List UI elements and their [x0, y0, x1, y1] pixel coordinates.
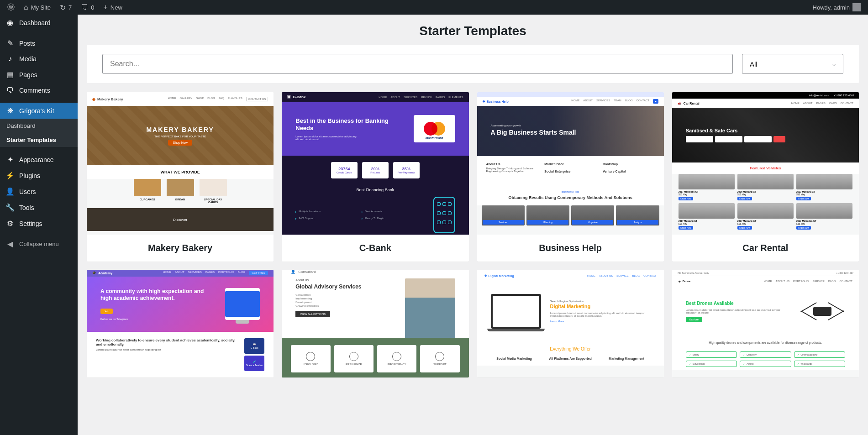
sidebar-item-label: Tools — [19, 204, 34, 211]
sidebar-item-pages[interactable]: ▤Pages — [0, 67, 78, 83]
sidebar-item-label: Plugins — [19, 172, 40, 179]
collapse-icon: ◀ — [5, 240, 15, 248]
avatar-icon — [852, 3, 861, 11]
template-thumb: 👤Consultant About UsGlobal Advisory Serv… — [282, 270, 468, 377]
grigora-icon: ❋ — [5, 106, 15, 115]
filter-value: All — [750, 60, 758, 68]
template-card-makery-bakery[interactable]: ◉Makery BakeryHOMEGALLERYSHOPBLOGFAQFLAV… — [87, 92, 274, 262]
template-card-business-help[interactable]: ◆ Business HelpHOMEABOUTSERVICESTEAMBLOG… — [477, 92, 664, 262]
admin-sidebar: ◉Dashboard ✎Posts ♪Media ▤Pages 🗨Comment… — [0, 15, 78, 435]
dashboard-icon: ◉ — [5, 18, 15, 27]
updates-count: 7 — [68, 4, 72, 11]
template-card-drone[interactable]: 750 Sacramento Avenue, Coity+1 800 123 4… — [672, 270, 859, 377]
template-thumb: ◆ Business HelpHOMEABOUTSERVICESTEAMBLOG… — [477, 92, 664, 235]
plugins-icon: ⚡ — [5, 171, 15, 180]
tools-icon: 🔧 — [5, 203, 15, 212]
sidebar-item-label: Appearance — [19, 156, 54, 163]
templates-grid: ◉Makery BakeryHOMEGALLERYSHOPBLOGFAQFLAV… — [87, 92, 859, 377]
new-label: New — [110, 4, 122, 11]
wp-logo[interactable]: ⓦ — [4, 0, 18, 15]
pages-icon: ▤ — [5, 70, 15, 79]
template-card-digital-marketing[interactable]: ◆ Digital MarketingHOMEABOUT USSERVICEBL… — [477, 270, 664, 377]
search-panel: All ⌵ — [87, 45, 859, 83]
template-thumb: 🎓 AcademyHomeAboutServicesPagesPortfolio… — [87, 270, 274, 377]
template-name: Car Rental — [672, 235, 859, 262]
settings-icon: ⚙ — [5, 219, 15, 228]
page-title: Starter Templates — [78, 15, 868, 45]
template-thumb: info@rental.com+1 800 123 4567 🚗 Car Ren… — [672, 92, 859, 235]
sidebar-item-tools[interactable]: 🔧Tools — [0, 199, 78, 215]
comment-icon: 🗨 — [81, 3, 88, 11]
chevron-down-icon: ⌵ — [832, 61, 836, 67]
template-thumb: 🏛 C-BankHomeAboutServicesReviewPagesElem… — [282, 92, 468, 235]
search-input[interactable] — [102, 54, 733, 74]
template-thumb: ◉Makery BakeryHOMEGALLERYSHOPBLOGFAQFLAV… — [87, 92, 274, 235]
sidebar-item-media[interactable]: ♪Media — [0, 51, 78, 67]
collapse-label: Collapse menu — [19, 241, 59, 247]
template-card-consultant[interactable]: 👤Consultant About UsGlobal Advisory Serv… — [282, 270, 468, 377]
pin-icon: ✎ — [5, 39, 15, 47]
wordpress-icon: ⓦ — [7, 3, 15, 12]
sidebar-item-label: Posts — [19, 40, 35, 47]
comments-link[interactable]: 🗨0 — [77, 0, 98, 15]
new-content-link[interactable]: +New — [100, 0, 126, 15]
updates-icon: ↻ — [60, 3, 66, 12]
sidebar-item-label: Settings — [19, 220, 42, 227]
media-icon: ♪ — [5, 55, 15, 63]
template-name: C-Bank — [282, 235, 468, 262]
my-account-link[interactable]: Howdy, admin — [809, 0, 864, 15]
collapse-menu[interactable]: ◀Collapse menu — [0, 236, 78, 252]
submenu: Dashboard Starter Templates — [0, 119, 78, 147]
template-card-c-bank[interactable]: 🏛 C-BankHomeAboutServicesReviewPagesElem… — [282, 92, 468, 262]
sidebar-item-users[interactable]: 👤Users — [0, 183, 78, 199]
sidebar-item-dashboard[interactable]: ◉Dashboard — [0, 15, 78, 31]
sidebar-item-grigoras-kit[interactable]: ❋Grigora's Kit — [0, 103, 78, 119]
sidebar-item-label: Users — [19, 188, 36, 195]
users-icon: 👤 — [5, 187, 15, 196]
template-name: Makery Bakery — [87, 235, 274, 262]
site-name-link[interactable]: ⌂My Site — [20, 0, 54, 15]
comment-icon: 🗨 — [5, 86, 15, 94]
appearance-icon: ✦ — [5, 155, 15, 164]
submenu-item-dashboard[interactable]: Dashboard — [0, 119, 78, 133]
sidebar-item-appearance[interactable]: ✦Appearance — [0, 152, 78, 168]
template-thumb: ◆ Digital MarketingHOMEABOUT USSERVICEBL… — [477, 270, 664, 377]
sidebar-item-label: Comments — [19, 87, 50, 94]
updates-link[interactable]: ↻7 — [56, 0, 75, 15]
sidebar-item-label: Dashboard — [19, 19, 51, 26]
template-name: Business Help — [477, 235, 664, 262]
howdy-text: Howdy, admin — [813, 4, 850, 11]
sidebar-item-posts[interactable]: ✎Posts — [0, 35, 78, 51]
site-name: My Site — [31, 4, 51, 11]
plus-icon: + — [103, 3, 107, 11]
sidebar-item-label: Media — [19, 55, 37, 63]
sidebar-item-label: Grigora's Kit — [19, 107, 54, 115]
home-icon: ⌂ — [24, 3, 28, 11]
template-thumb: 750 Sacramento Avenue, Coity+1 800 123 4… — [672, 270, 859, 377]
sidebar-item-settings[interactable]: ⚙Settings — [0, 215, 78, 231]
template-card-car-rental[interactable]: info@rental.com+1 800 123 4567 🚗 Car Ren… — [672, 92, 859, 262]
admin-bar: ⓦ ⌂My Site ↻7 🗨0 +New Howdy, admin — [0, 0, 868, 15]
comments-count: 0 — [91, 4, 94, 11]
template-card-academy[interactable]: 🎓 AcademyHomeAboutServicesPagesPortfolio… — [87, 270, 274, 377]
submenu-item-starter-templates[interactable]: Starter Templates — [0, 133, 78, 147]
sidebar-item-plugins[interactable]: ⚡Plugins — [0, 168, 78, 183]
filter-select[interactable]: All ⌵ — [742, 54, 843, 74]
main-content: Starter Templates All ⌵ ◉Makery BakeryHO… — [78, 15, 868, 435]
sidebar-item-comments[interactable]: 🗨Comments — [0, 83, 78, 98]
sidebar-item-label: Pages — [19, 71, 37, 79]
